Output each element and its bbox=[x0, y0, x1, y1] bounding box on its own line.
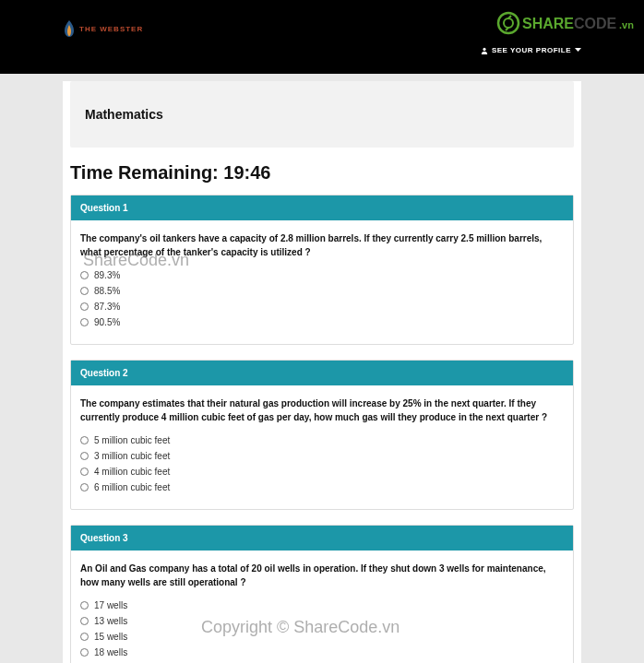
answer-label: 13 wells bbox=[94, 616, 127, 626]
svg-text:SHARE: SHARE bbox=[522, 16, 574, 31]
answer-label: 90.5% bbox=[94, 317, 120, 327]
logo[interactable]: THE WEBSTER bbox=[63, 20, 143, 37]
answer-radio[interactable] bbox=[80, 483, 89, 491]
answer-option[interactable]: 13 wells bbox=[80, 616, 564, 626]
answer-option[interactable]: 87.3% bbox=[80, 302, 564, 312]
question-body: An Oil and Gas company has a total of 20… bbox=[71, 551, 573, 663]
flame-icon bbox=[63, 20, 76, 37]
answer-label: 87.3% bbox=[94, 302, 120, 312]
answer-radio[interactable] bbox=[80, 468, 89, 476]
answer-label: 17 wells bbox=[94, 600, 127, 610]
answer-option[interactable]: 4 million cubic feet bbox=[80, 467, 564, 477]
answer-option[interactable]: 88.5% bbox=[80, 286, 564, 296]
question-header: Question 1 bbox=[71, 195, 573, 220]
logo-text: THE WEBSTER bbox=[79, 25, 143, 33]
answer-radio[interactable] bbox=[80, 617, 89, 625]
answer-radio[interactable] bbox=[80, 271, 89, 279]
main-content: Mathematics Time Remaining: 19:46 Questi… bbox=[63, 81, 581, 663]
question-body: The company estimates that their natural… bbox=[71, 385, 573, 509]
chevron-down-icon bbox=[575, 48, 581, 53]
answer-label: 5 million cubic feet bbox=[94, 435, 170, 445]
answer-radio[interactable] bbox=[80, 436, 89, 444]
question-list: Question 1The company's oil tankers have… bbox=[70, 195, 574, 663]
question-card: Question 3An Oil and Gas company has a t… bbox=[70, 525, 574, 663]
svg-point-4 bbox=[483, 47, 485, 50]
question-text: The company estimates that their natural… bbox=[80, 397, 564, 424]
answer-label: 18 wells bbox=[94, 647, 127, 657]
question-body: The company's oil tankers have a capacit… bbox=[71, 220, 573, 344]
answer-radio[interactable] bbox=[80, 302, 89, 311]
question-card: Question 1The company's oil tankers have… bbox=[70, 195, 574, 345]
question-text: An Oil and Gas company has a total of 20… bbox=[80, 562, 564, 589]
svg-text:CODE: CODE bbox=[574, 16, 617, 31]
answer-option[interactable]: 6 million cubic feet bbox=[80, 482, 564, 492]
answer-radio[interactable] bbox=[80, 648, 89, 657]
answer-radio[interactable] bbox=[80, 601, 89, 610]
answer-label: 6 million cubic feet bbox=[94, 482, 170, 492]
question-card: Question 2The company estimates that the… bbox=[70, 360, 574, 510]
answer-option[interactable]: 89.3% bbox=[80, 270, 564, 280]
subject-title: Mathematics bbox=[85, 107, 559, 122]
question-header: Question 2 bbox=[71, 361, 573, 385]
answer-label: 15 wells bbox=[94, 632, 127, 642]
svg-text:.vn: .vn bbox=[619, 19, 634, 30]
answer-label: 89.3% bbox=[94, 270, 120, 280]
answer-option[interactable]: 18 wells bbox=[80, 647, 564, 657]
app-header: THE WEBSTER SHARE CODE .vn SEE YOUR PROF… bbox=[0, 0, 644, 74]
answer-option[interactable]: 90.5% bbox=[80, 317, 564, 327]
answer-option[interactable]: 5 million cubic feet bbox=[80, 435, 564, 445]
answer-option[interactable]: 17 wells bbox=[80, 600, 564, 610]
answer-label: 3 million cubic feet bbox=[94, 451, 170, 461]
profile-link[interactable]: SEE YOUR PROFILE bbox=[481, 46, 581, 54]
answer-radio[interactable] bbox=[80, 633, 89, 641]
svg-point-0 bbox=[498, 13, 519, 33]
answer-radio[interactable] bbox=[80, 318, 89, 326]
subject-card: Mathematics bbox=[70, 81, 574, 148]
answer-label: 4 million cubic feet bbox=[94, 467, 170, 477]
answer-option[interactable]: 15 wells bbox=[80, 632, 564, 642]
answer-radio[interactable] bbox=[80, 452, 89, 460]
answer-option[interactable]: 3 million cubic feet bbox=[80, 451, 564, 461]
timer: Time Remaining: 19:46 bbox=[70, 162, 574, 184]
answer-label: 88.5% bbox=[94, 286, 120, 296]
profile-link-label: SEE YOUR PROFILE bbox=[492, 46, 571, 54]
sharecode-badge: SHARE CODE .vn bbox=[496, 9, 635, 41]
user-icon bbox=[481, 47, 488, 54]
question-header: Question 3 bbox=[71, 526, 573, 551]
answer-radio[interactable] bbox=[80, 287, 89, 295]
question-text: The company's oil tankers have a capacit… bbox=[80, 231, 564, 259]
